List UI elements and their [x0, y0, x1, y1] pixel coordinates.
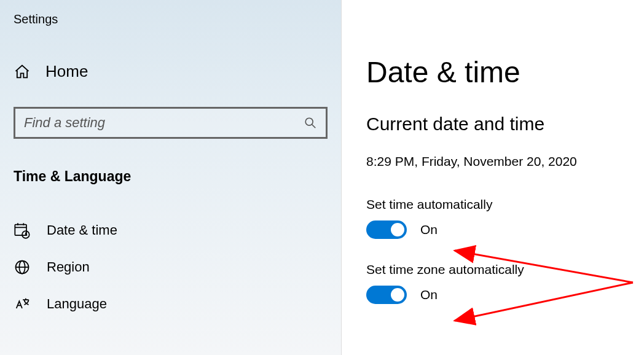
svg-line-8	[26, 235, 27, 235]
nav-item-region[interactable]: Region	[0, 249, 341, 286]
svg-line-1	[312, 125, 316, 128]
main-content: Date & time Current date and time 8:29 P…	[342, 0, 644, 355]
globe-icon	[14, 259, 31, 276]
set-time-toggle[interactable]	[366, 220, 407, 239]
nav-item-date-time[interactable]: Date & time	[0, 212, 341, 249]
set-time-toggle-row: On	[366, 220, 644, 239]
toggle-thumb	[391, 223, 404, 236]
section-title: Current date and time	[366, 114, 644, 135]
page-title: Date & time	[366, 55, 644, 89]
home-label: Home	[45, 62, 88, 81]
home-icon	[14, 63, 31, 80]
set-time-state: On	[420, 222, 438, 237]
svg-point-0	[305, 118, 313, 125]
search-box[interactable]	[14, 107, 328, 139]
language-icon	[14, 295, 31, 313]
category-title: Time & Language	[0, 168, 341, 185]
set-tz-toggle[interactable]	[366, 286, 407, 304]
sidebar: Settings Home Time & Language Date & tim…	[0, 0, 342, 355]
home-nav[interactable]: Home	[0, 57, 341, 86]
set-tz-toggle-row: On	[366, 286, 644, 304]
nav-item-label: Region	[47, 259, 90, 275]
toggle-thumb	[391, 288, 404, 302]
search-input[interactable]	[24, 115, 304, 131]
calendar-clock-icon	[14, 222, 31, 239]
set-tz-state: On	[420, 287, 438, 302]
set-tz-label: Set time zone automatically	[366, 262, 644, 277]
nav-item-language[interactable]: Language	[0, 286, 341, 322]
svg-rect-2	[15, 225, 26, 236]
current-datetime: 8:29 PM, Friday, November 20, 2020	[366, 154, 644, 169]
nav-item-label: Language	[47, 296, 107, 312]
set-time-label: Set time automatically	[366, 197, 644, 212]
search-icon	[304, 116, 317, 130]
nav-item-label: Date & time	[47, 222, 117, 238]
app-title: Settings	[0, 12, 341, 26]
